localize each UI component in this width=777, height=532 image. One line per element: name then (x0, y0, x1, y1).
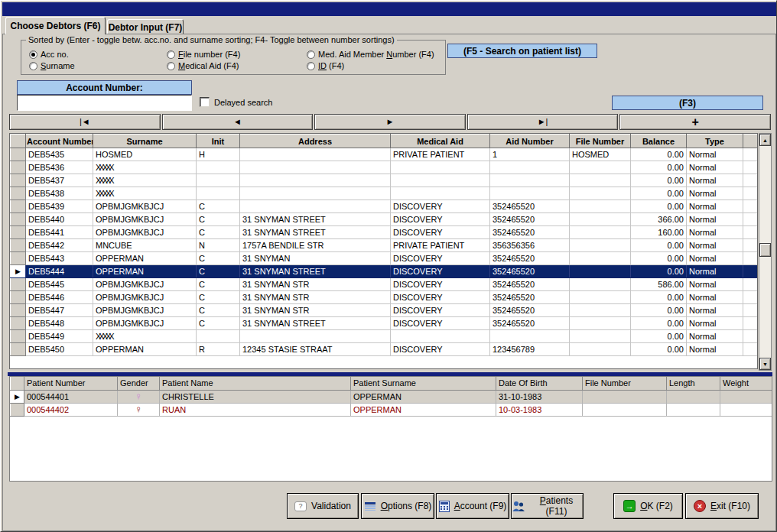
table-row[interactable]: DEB5449XXXXX0.00Normal (11, 330, 758, 343)
table-row[interactable]: DEB5440OPBMJGMKBJCJC31 SNYMAN STREETDISC… (11, 213, 758, 226)
cell-address (240, 200, 391, 213)
row-gutter (11, 330, 26, 343)
table-row[interactable]: DEB5447OPBMJGMKBJCJC31 SNYMAN STRDISCOVE… (11, 304, 758, 317)
column-header-patient-name[interactable]: Patient Name (160, 377, 351, 390)
table-row[interactable]: ▶DEB5444OPPERMANC31 SNYMAN STREETDISCOVE… (11, 265, 758, 278)
column-header-file-number[interactable]: File Number (583, 377, 667, 390)
options-button[interactable]: Options (F8) (361, 493, 434, 519)
column-header-patient-surname[interactable]: Patient Surname (351, 377, 496, 390)
row-gutter (11, 291, 26, 304)
nav-next-icon: ► (386, 118, 395, 126)
cell-surname: OPBMJGMKBJCJ (93, 278, 197, 291)
nav-last-button[interactable]: ►| (467, 114, 619, 130)
table-row[interactable]: DEB5446OPBMJGMKBJCJC31 SNYMAN STRDISCOVE… (11, 291, 758, 304)
column-header-balance[interactable]: Balance (631, 135, 687, 148)
radio-medical-aid-f4[interactable]: Medical Aid (F4) (167, 61, 239, 70)
column-header-weight[interactable]: Weight (720, 377, 772, 390)
grid-corner-cell (11, 135, 26, 148)
table-row[interactable]: DEB5441OPBMJGMKBJCJC31 SNYMAN STREETDISC… (11, 226, 758, 239)
table-row[interactable]: DEB5448OPBMJGMKBJCJC31 SNYMAN STREETDISC… (11, 317, 758, 330)
cell-file-number (570, 161, 631, 174)
nav-first-button[interactable]: |◄ (9, 114, 161, 130)
scrollbar-thumb[interactable] (759, 243, 771, 257)
delayed-search-checkbox[interactable]: Delayed search (200, 97, 272, 107)
table-row[interactable]: DEB5439OPBMJGMKBJCJCDISCOVERY3524655200.… (11, 200, 758, 213)
column-header-patient-number[interactable]: Patient Number (24, 377, 118, 390)
column-header-aid-number[interactable]: Aid Number (490, 135, 570, 148)
column-header-medical-aid[interactable]: Medical Aid (391, 135, 490, 148)
scroll-down-icon[interactable]: ▼ (759, 358, 771, 370)
cell-account-number: DEB5442 (26, 239, 93, 252)
search-patient-list-button[interactable]: (F5 - Search on patient list) (447, 44, 597, 58)
debtors-scrollbar[interactable]: ▲ ▼ (759, 133, 772, 371)
cell-medical-aid: DISCOVERY (391, 291, 490, 304)
ok-button[interactable]: →OK (F2) (613, 493, 683, 519)
cell-init: C (197, 291, 240, 304)
patient-row[interactable]: 000544402♀RUANOPPERMAN10-03-1983 (11, 403, 772, 416)
cell-surname: XXXXX (93, 174, 197, 187)
cell-aid-number (490, 161, 570, 174)
table-row[interactable]: DEB5442MNCUBEN1757A BENDILE STRPRIVATE P… (11, 239, 758, 252)
radio-file-number-f4[interactable]: File number (F4) (167, 50, 240, 59)
account-number-input[interactable] (17, 95, 192, 111)
radio-label: File number (F4) (178, 50, 240, 59)
cell-surname: OPPERMAN (351, 403, 496, 416)
table-row[interactable]: DEB5437XXXXX0.00Normal (11, 174, 758, 187)
row-gutter (11, 252, 26, 265)
radio-med-aid-member-number-f4[interactable]: Med. Aid Member Number (F4) (307, 50, 434, 59)
exit-button[interactable]: ×Exit (F10) (685, 493, 759, 519)
cell-number: 000544401 (24, 390, 118, 403)
column-header-address[interactable]: Address (240, 135, 391, 148)
cell-address: 31 SNYMAN STR (240, 291, 391, 304)
cell-aid-number: 352465520 (490, 304, 570, 317)
table-row[interactable]: DEB5450OPPERMANR12345 STASIE STRAATDISCO… (11, 343, 758, 356)
radio-surname[interactable]: Surname (29, 61, 75, 70)
cell-aid-number: 352465520 (490, 278, 570, 291)
column-header-type[interactable]: Type (687, 135, 743, 148)
column-header-length[interactable]: Length (667, 377, 720, 390)
column-header-init[interactable]: Init (197, 135, 240, 148)
column-header-account-number[interactable]: Account Number (26, 135, 93, 148)
cell-medical-aid: PRIVATE PATIENT (391, 148, 490, 161)
cell-account-number: DEB5443 (26, 252, 93, 265)
table-row[interactable]: DEB5443OPPERMANC31 SNYMANDISCOVERY352465… (11, 252, 758, 265)
cell-init (197, 187, 240, 200)
column-header-date-of-birth[interactable]: Date Of Birth (496, 377, 583, 390)
radio-id-f4[interactable]: ID (F4) (307, 61, 344, 70)
radio-acc-no[interactable]: Acc no. (29, 50, 69, 59)
nav-next-button[interactable]: ► (314, 114, 466, 130)
cell-account-number: DEB5435 (26, 148, 93, 161)
cell-type: Normal (687, 239, 743, 252)
table-row[interactable]: DEB5445OPBMJGMKBJCJC31 SNYMAN STRDISCOVE… (11, 278, 758, 291)
nav-prev-button[interactable]: ◄ (162, 114, 314, 130)
cell-init: C (197, 278, 240, 291)
scroll-up-icon[interactable]: ▲ (759, 134, 771, 146)
cell-balance: 366.00 (631, 213, 687, 226)
radio-label: Acc no. (41, 50, 69, 59)
tab-debtor-input-f7[interactable]: Debtor Input (F7) (107, 19, 184, 34)
column-header-gender[interactable]: Gender (118, 377, 160, 390)
cell-balance: 0.00 (631, 174, 687, 187)
table-row[interactable]: DEB5436XXXXX0.00Normal (11, 161, 758, 174)
row-gutter (11, 161, 26, 174)
column-header-file-number[interactable]: File Number (570, 135, 631, 148)
nav-add-button[interactable]: + (619, 114, 771, 130)
cell-filler (743, 291, 758, 304)
table-row[interactable]: DEB5438XXXXX0.00Normal (11, 187, 758, 200)
cell-file-number (570, 330, 631, 343)
cell-type: Normal (687, 226, 743, 239)
debtors-table: Account NumberSurnameInitAddressMedical … (10, 134, 758, 356)
cell-address (240, 187, 391, 200)
tab-choose-debtors-f6[interactable]: Choose Debtors (F6) (5, 17, 106, 34)
patients-icon (512, 501, 525, 512)
table-row[interactable]: DEB5435HOSMEDHPRIVATE PATIENT1HOSMED0.00… (11, 148, 758, 161)
patients-button[interactable]: Patients (F11) (511, 493, 584, 519)
patient-row[interactable]: ▶000544401♀CHRISTELLEOPPERMAN31-10-1983 (11, 390, 772, 403)
column-header-surname[interactable]: Surname (93, 135, 197, 148)
cell-address: 31 SNYMAN (240, 252, 391, 265)
validation-button[interactable]: ?Validation (287, 493, 359, 519)
f3-button[interactable]: (F3) (612, 96, 763, 110)
application-window: Choose Debtors (F6)Debtor Input (F7) Sor… (0, 0, 777, 532)
account-button[interactable]: Account (F9) (436, 493, 509, 519)
radio-label: Surname (41, 61, 75, 70)
